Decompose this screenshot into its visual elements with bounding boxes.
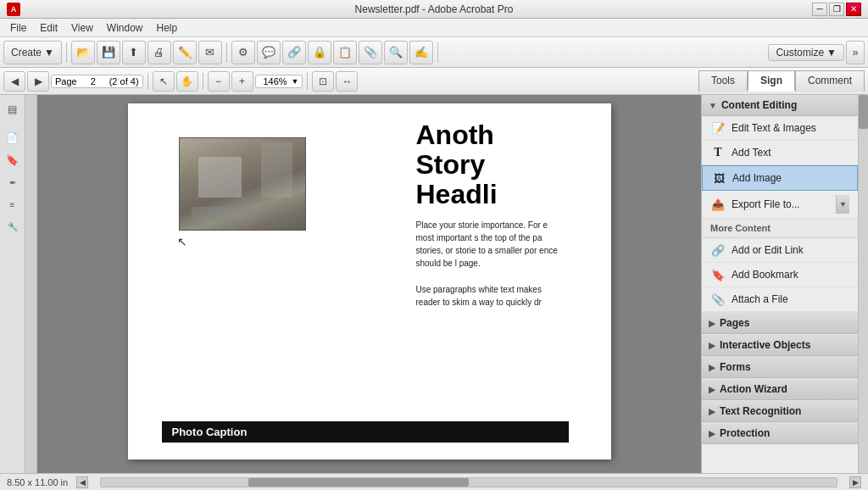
tab-sign[interactable]: Sign	[748, 70, 795, 92]
pages-section[interactable]: ▶ Pages	[702, 312, 858, 334]
edit-button[interactable]: ✏️	[173, 41, 197, 64]
menu-view[interactable]: View	[64, 20, 100, 36]
nav-separator-3	[307, 73, 308, 90]
toolbar-separator-3	[437, 42, 438, 63]
save-button[interactable]: 💾	[97, 41, 120, 64]
right-scrollbar[interactable]	[858, 95, 868, 473]
scroll-right-button[interactable]: ▶	[849, 476, 861, 488]
settings-button[interactable]: ⚙	[231, 41, 255, 64]
toolbar-separator-1	[66, 42, 67, 63]
page-number-input[interactable]	[80, 76, 107, 86]
left-sidebar: ▤ 📄 🔖 ✒ ≡ 🔧	[0, 95, 25, 473]
pdf-page: ↖ AnothStoryHeadli Place your storie imp…	[128, 103, 611, 459]
tab-tools[interactable]: Tools	[698, 70, 748, 92]
pdf-image-content	[180, 138, 305, 230]
zoom-input[interactable]	[259, 76, 292, 86]
restore-button[interactable]: ❐	[829, 3, 844, 16]
add-text-item[interactable]: T Add Text	[702, 141, 858, 165]
upload-button[interactable]: ⬆	[122, 41, 146, 64]
layers-button[interactable]: ≡	[3, 195, 22, 214]
scroll-left-button[interactable]: ◀	[76, 476, 88, 488]
action-wizard-arrow: ▶	[709, 385, 715, 394]
pages-arrow: ▶	[709, 319, 715, 328]
sign-button[interactable]: ✍	[409, 41, 433, 64]
minimize-button[interactable]: ─	[812, 3, 827, 16]
signatures-button[interactable]: ✒	[3, 173, 22, 192]
more-content-label: More Content	[702, 219, 858, 238]
nav-forward-button[interactable]: ▶	[27, 71, 49, 92]
add-edit-link-label: Add or Edit Link	[732, 244, 849, 256]
horizontal-scroll-thumb[interactable]	[248, 478, 469, 487]
add-bookmark-item[interactable]: 🔖 Add Bookmark	[702, 263, 858, 287]
create-button[interactable]: Create ▼	[3, 41, 62, 64]
attach-button[interactable]: 📎	[359, 41, 382, 64]
hand-tool-button[interactable]: ✋	[176, 71, 198, 92]
attach-file-item[interactable]: 📎 Attach a File	[702, 287, 858, 312]
menu-window[interactable]: Window	[100, 20, 150, 36]
menu-file[interactable]: File	[3, 20, 33, 36]
stamp-button[interactable]: 📋	[333, 41, 357, 64]
create-label: Create	[11, 47, 42, 58]
pdf-viewer[interactable]: ↖ AnothStoryHeadli Place your storie imp…	[37, 95, 701, 473]
fit-page-button[interactable]: ⊡	[312, 71, 334, 92]
nav-back-button[interactable]: ◀	[3, 71, 25, 92]
content-editing-arrow: ▼	[709, 101, 717, 110]
action-wizard-section[interactable]: ▶ Action Wizard	[702, 378, 858, 400]
right-panel: ▼ Content Editing 📝 Edit Text & Images T…	[701, 95, 858, 473]
export-file-item[interactable]: 📤 Export File to... ▼	[702, 191, 858, 219]
close-button[interactable]: ✕	[846, 3, 861, 16]
email-button[interactable]: ✉	[198, 41, 222, 64]
search2-button[interactable]: 🔍	[384, 41, 408, 64]
fit-width-button[interactable]: ↔	[336, 71, 358, 92]
add-image-label: Add Image	[732, 172, 849, 184]
add-bookmark-icon: 🔖	[710, 267, 726, 282]
navigation-bar: ◀ ▶ Page (2 of 4) ↖ ✋ − + ▼ ⊡ ↔ Tools Si…	[0, 68, 868, 95]
add-image-item[interactable]: 🖼 Add Image	[702, 165, 858, 191]
protection-arrow: ▶	[709, 429, 715, 438]
security-button[interactable]: 🔒	[308, 41, 331, 64]
add-edit-link-item[interactable]: 🔗 Add or Edit Link	[702, 238, 858, 263]
attach-file-icon: 📎	[710, 292, 726, 307]
zoom-in-button[interactable]: +	[231, 71, 253, 92]
tab-comment[interactable]: Comment	[795, 70, 865, 92]
menu-help[interactable]: Help	[150, 20, 185, 36]
text-recognition-label: Text Recognition	[720, 405, 801, 417]
pdf-body-text-2: Use paragraphs white text makes reader t…	[416, 283, 569, 309]
pdf-text-block: AnothStoryHeadli Place your storie impor…	[416, 120, 603, 309]
select-tool-button[interactable]: ↖	[153, 71, 175, 92]
interactive-objects-section[interactable]: ▶ Interactive Objects	[702, 334, 858, 356]
print-button[interactable]: 🖨	[147, 41, 171, 64]
toolbar-expand-button[interactable]: »	[846, 41, 865, 64]
sidebar-toggle-button[interactable]: ▤	[3, 100, 22, 119]
add-text-label: Add Text	[732, 147, 849, 159]
open-button[interactable]: 📂	[71, 41, 95, 64]
zoom-dropdown-icon[interactable]: ▼	[292, 77, 299, 86]
menu-edit[interactable]: Edit	[33, 20, 64, 36]
menu-bar: File Edit View Window Help	[0, 19, 868, 37]
pdf-caption-bar: Photo Caption	[162, 421, 569, 443]
title-bar-left: A	[7, 3, 20, 16]
forms-arrow: ▶	[709, 363, 715, 372]
bookmarks-button[interactable]: 🔖	[3, 151, 22, 170]
edit-text-images-icon: 📝	[710, 120, 726, 136]
export-file-dropdown[interactable]: ▼	[836, 195, 849, 214]
customize-arrow: ▼	[826, 47, 837, 58]
add-bookmark-label: Add Bookmark	[732, 269, 849, 281]
edit-text-images-item[interactable]: 📝 Edit Text & Images	[702, 116, 858, 141]
forms-section[interactable]: ▶ Forms	[702, 356, 858, 378]
acrobat-icon: A	[7, 3, 20, 16]
tools-left-button[interactable]: 🔧	[3, 217, 22, 236]
edit-text-images-label: Edit Text & Images	[732, 122, 849, 134]
comment-bubble-button[interactable]: 💬	[257, 41, 281, 64]
horizontal-scrollbar[interactable]	[100, 477, 837, 487]
nav-separator-2	[203, 73, 203, 90]
text-recognition-section[interactable]: ▶ Text Recognition	[702, 400, 858, 422]
protection-section[interactable]: ▶ Protection	[702, 422, 858, 444]
page-thumbnails-button[interactable]: 📄	[3, 129, 22, 148]
customize-button[interactable]: Customize ▼	[768, 44, 844, 61]
content-editing-header[interactable]: ▼ Content Editing	[702, 95, 858, 116]
link-button[interactable]: 🔗	[282, 41, 306, 64]
right-scroll-thumb[interactable]	[859, 95, 868, 129]
zoom-out-button[interactable]: −	[208, 71, 230, 92]
content-editing-title: Content Editing	[721, 99, 797, 111]
